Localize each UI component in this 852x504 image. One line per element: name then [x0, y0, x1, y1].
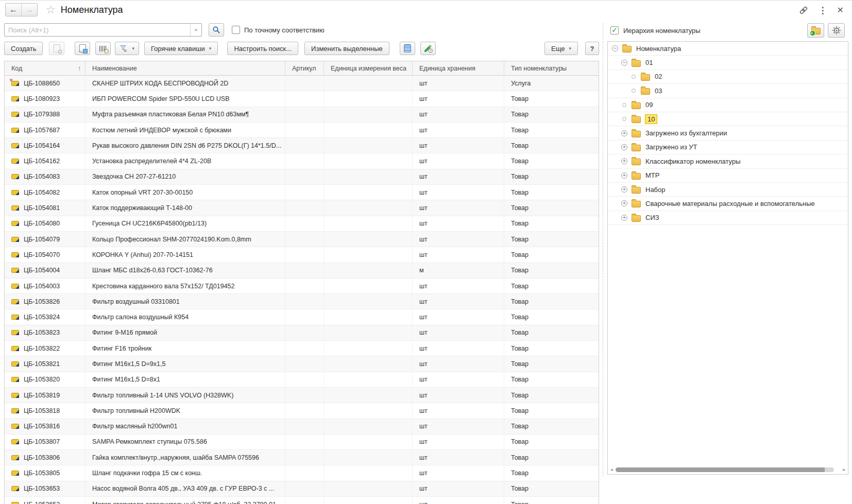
- expand-icon[interactable]: +: [621, 144, 627, 150]
- table-row[interactable]: ЦБ-1053820Фитинг М16х1,5 D=8х1штТовар: [5, 372, 599, 388]
- search-input[interactable]: [5, 24, 190, 36]
- cell-weight-unit: [324, 435, 413, 449]
- tree-item[interactable]: 02: [608, 70, 848, 84]
- tree-item[interactable]: 10: [608, 112, 848, 126]
- table-row[interactable]: ЦБ-1053826Фильтр воздушный 03310801штТов…: [5, 294, 599, 309]
- link-button[interactable]: [798, 5, 809, 15]
- create-button[interactable]: Создать: [4, 42, 43, 55]
- filter-button[interactable]: ▾: [115, 42, 139, 55]
- favorite-star-icon[interactable]: ☆: [46, 4, 56, 16]
- table-row[interactable]: ЦБ-1053821Фитинг М16х1,5 D=9х1,5штТовар: [5, 356, 599, 372]
- barcode-search-button[interactable]: [95, 42, 111, 55]
- forward-button[interactable]: →: [21, 4, 37, 16]
- cell-code: ЦБ-1054082: [5, 185, 86, 200]
- panel-splitter[interactable]: [603, 23, 603, 476]
- table-row[interactable]: ЦБ-1053653Насос водяной Волга 405 дв., У…: [5, 481, 599, 497]
- table-row[interactable]: ЦБ-1053652Мотор отопителя дополнительный…: [5, 497, 599, 504]
- search-button[interactable]: [209, 23, 224, 37]
- edit-history-button[interactable]: [420, 42, 436, 55]
- tree-item[interactable]: +Классификатор номенклатуры: [608, 154, 848, 168]
- hierarchy-checkbox[interactable]: ✓: [610, 26, 619, 34]
- configure-search-button[interactable]: Настроить поиск...: [227, 42, 298, 55]
- tree-item[interactable]: −Номенклатура: [608, 42, 848, 56]
- close-button[interactable]: ✕: [837, 6, 844, 14]
- cell-weight-unit: [324, 403, 413, 418]
- table-row[interactable]: ЦБ-1053823Фитинг 9-М16 прямойштТовар: [5, 325, 599, 341]
- tree-item[interactable]: +СИЗ: [608, 211, 848, 225]
- table-row[interactable]: ЦБ-1054079Кольцо Профессионал SHM-207702…: [5, 232, 599, 247]
- copy-item-button[interactable]: +: [49, 42, 64, 55]
- cell-article: [285, 403, 324, 418]
- collapse-icon[interactable]: −: [612, 45, 618, 51]
- back-button[interactable]: ←: [6, 4, 21, 16]
- expand-icon[interactable]: +: [621, 172, 627, 179]
- tree-item[interactable]: +Набор: [608, 183, 848, 197]
- column-header-weight-unit[interactable]: Единица измерения веса: [324, 61, 413, 75]
- tree-item[interactable]: +Загружено из бухгалтерии: [608, 126, 848, 140]
- cell-name: Фитинг М16х1,5 D=8х1: [86, 372, 285, 387]
- tree-item[interactable]: +Сварочные материалы расходные и вспомог…: [608, 197, 848, 211]
- table-row[interactable]: ЦБ-1053822Фитинг F16 тройникштТовар: [5, 341, 599, 356]
- hierarchy-toggle[interactable]: ✓ Иерархия номенклатуры: [610, 26, 701, 34]
- settings-button[interactable]: [828, 23, 845, 38]
- expand-icon[interactable]: +: [621, 158, 627, 164]
- collapse-icon[interactable]: −: [621, 60, 627, 66]
- column-header-type[interactable]: Тип номенклатуры: [504, 61, 599, 75]
- cell-storage-unit: шт: [413, 138, 504, 153]
- exact-match-option[interactable]: По точному соответствию: [232, 26, 325, 34]
- tree-item[interactable]: 03: [608, 84, 848, 98]
- help-button[interactable]: ?: [585, 42, 599, 55]
- table-row[interactable]: ЦБ-1079388Муфта разъемная пластиковая Бе…: [5, 107, 599, 123]
- table-row[interactable]: ✕ЦБ-1088650СКАНЕР ШТРИХ КОДА БЕСПРОВОДНО…: [5, 76, 599, 91]
- exact-match-checkbox[interactable]: [232, 26, 240, 34]
- table-row[interactable]: ЦБ-1054070КОРОНКА Y (Anhui) 207-70-14151…: [5, 247, 599, 263]
- tree-item[interactable]: +МТР: [608, 169, 848, 183]
- table-row[interactable]: ЦБ-1057687Костюм летний ИНДЕВОР мужской …: [5, 123, 599, 138]
- table-row[interactable]: ЦБ-1053818Фильтр топливный H200WDKштТова…: [5, 403, 599, 419]
- column-header-article[interactable]: Артикул: [285, 61, 324, 75]
- scrollbar-thumb[interactable]: [616, 467, 827, 472]
- table-row[interactable]: ЦБ-1053807SAMPA Ремкомплект ступицы 075.…: [5, 435, 599, 450]
- column-header-storage-unit[interactable]: Единица хранения: [413, 61, 504, 75]
- cell-type: Товар: [504, 497, 599, 504]
- tree-item[interactable]: +Загружено из УТ: [608, 141, 848, 154]
- horizontal-scrollbar[interactable]: ◂ ▸: [610, 467, 845, 473]
- more-menu-button[interactable]: ⋮: [819, 6, 827, 15]
- column-header-name[interactable]: Наименование: [86, 61, 285, 75]
- table-row[interactable]: ЦБ-1080923ИБП POWERCOM Spider SPD-550U L…: [5, 91, 599, 107]
- list-view-button[interactable]: [400, 42, 415, 55]
- cell-type: Товар: [504, 216, 599, 231]
- load-data-button[interactable]: ←: [75, 42, 90, 55]
- table-row[interactable]: ЦБ-1054080Гусеница CH UC216K6P45800(pb1/…: [5, 216, 599, 232]
- scroll-right-icon[interactable]: ▸: [843, 467, 845, 472]
- table-row[interactable]: ЦБ-1054164Рукав высокого давления DIN 2S…: [5, 138, 599, 153]
- item-icon: [11, 299, 19, 304]
- table-row[interactable]: ЦБ-1053805Шланг подкачки гофра 15 см с к…: [5, 465, 599, 481]
- column-header-code[interactable]: Код ↑: [5, 61, 86, 75]
- table-row[interactable]: ЦБ-1053819Фильтр топливный 1-14 UNS VOLV…: [5, 388, 599, 403]
- expand-icon[interactable]: +: [621, 130, 627, 136]
- table-row[interactable]: ЦБ-1054081Каток поддерживающий Т-148-00ш…: [5, 200, 599, 216]
- table-row[interactable]: ЦБ-1054003Крестовина карданного вала 57x…: [5, 279, 599, 294]
- tree-item[interactable]: 09: [608, 98, 848, 112]
- clear-search-button[interactable]: ×: [190, 24, 201, 36]
- table-row[interactable]: ЦБ-1054083Звездочка CH 207-27-61210штТов…: [5, 169, 599, 185]
- table-row[interactable]: ЦБ-1054082Каток опорный VRT 207-30-00150…: [5, 185, 599, 200]
- table-row[interactable]: ЦБ-1053816Фильтр масляный h200wn01штТова…: [5, 419, 599, 435]
- table-row[interactable]: ЦБ-1054004Шланг МБС d18x26-0,63 ГОСТ-103…: [5, 263, 599, 279]
- tree-item[interactable]: −01: [608, 56, 848, 69]
- hotkeys-button[interactable]: Горячие клавиши ▾: [144, 42, 218, 55]
- table-row[interactable]: ЦБ-1053824Фильтр салона воздушный К954шт…: [5, 309, 599, 325]
- table-row[interactable]: ЦБ-1054162Установка распределителей 4*4 …: [5, 153, 599, 169]
- more-actions-label: Еще: [551, 45, 565, 53]
- expand-icon[interactable]: +: [621, 215, 627, 221]
- expand-icon[interactable]: +: [621, 186, 627, 193]
- more-actions-button[interactable]: Еще ▾: [544, 42, 578, 55]
- expand-icon[interactable]: +: [621, 200, 627, 206]
- cell-weight-unit: [324, 232, 413, 247]
- create-group-button[interactable]: +: [807, 23, 824, 38]
- table-row[interactable]: ЦБ-1053806Гайка комплект/внутр.,наружняя…: [5, 450, 599, 465]
- edit-selected-button[interactable]: Изменить выделенные: [304, 42, 389, 55]
- scrollbar-track[interactable]: [616, 467, 841, 472]
- scroll-left-icon[interactable]: ◂: [610, 467, 613, 472]
